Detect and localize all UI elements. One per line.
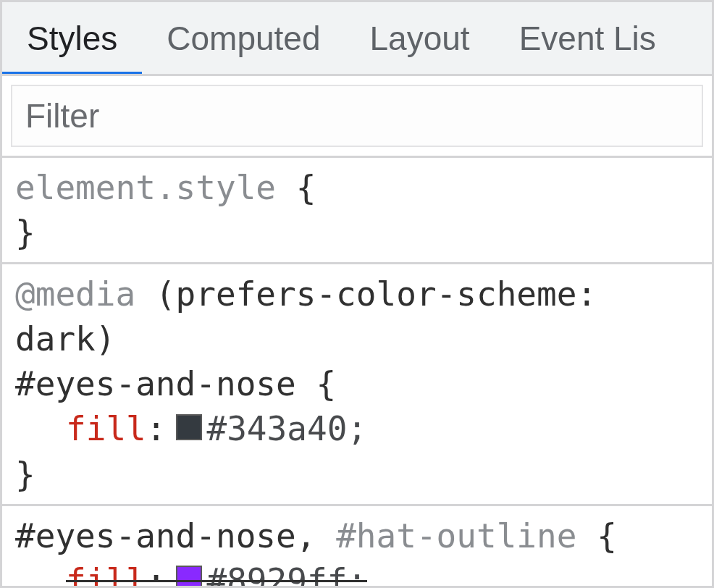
selector-eyes-and-nose: #eyes-and-nose: [15, 516, 296, 555]
tabs-bar: Styles Computed Layout Event Lis: [2, 2, 712, 76]
selector-separator: ,: [296, 516, 336, 555]
selector-hat-outline: #hat-outline: [336, 516, 576, 555]
property-value: #8929ff: [206, 558, 347, 586]
colon: :: [146, 558, 167, 586]
tab-event-listeners[interactable]: Event Lis: [495, 2, 681, 74]
semicolon: ;: [347, 558, 367, 586]
close-brace: }: [15, 455, 35, 494]
open-brace: {: [296, 364, 336, 403]
semicolon: ;: [347, 406, 367, 451]
property-name: fill: [66, 558, 146, 586]
rule-media-dark[interactable]: @media (prefers-color-scheme: dark) #eye…: [2, 264, 712, 505]
selector-eyes-and-nose: #eyes-and-nose: [15, 364, 296, 403]
media-keyword: @media: [15, 274, 135, 314]
color-swatch-icon[interactable]: [176, 566, 202, 586]
rule-element-style[interactable]: element.style { }: [2, 158, 712, 264]
declaration-fill-dark[interactable]: fill: #343a40;: [15, 406, 699, 451]
tab-layout[interactable]: Layout: [345, 2, 495, 74]
selector-element-style: element.style: [15, 168, 276, 207]
filter-input[interactable]: [11, 85, 703, 147]
styles-panel: Styles Computed Layout Event Lis element…: [0, 0, 714, 588]
open-brace: {: [576, 516, 616, 555]
property-name: fill: [66, 406, 146, 451]
tab-styles[interactable]: Styles: [2, 2, 142, 74]
declaration-fill-base[interactable]: fill: #8929ff;: [15, 558, 699, 586]
overridden-declaration: fill: #8929ff;: [66, 558, 367, 586]
close-brace: }: [15, 213, 35, 252]
rules-list: element.style { } @media (prefers-color-…: [2, 158, 712, 586]
filter-row: [2, 76, 712, 158]
color-swatch-icon[interactable]: [176, 414, 202, 440]
colon: :: [146, 406, 167, 451]
tab-computed[interactable]: Computed: [142, 2, 345, 74]
open-brace: {: [276, 168, 316, 207]
rule-base[interactable]: #eyes-and-nose, #hat-outline { fill: #89…: [2, 506, 712, 586]
property-value: #343a40: [206, 406, 347, 451]
